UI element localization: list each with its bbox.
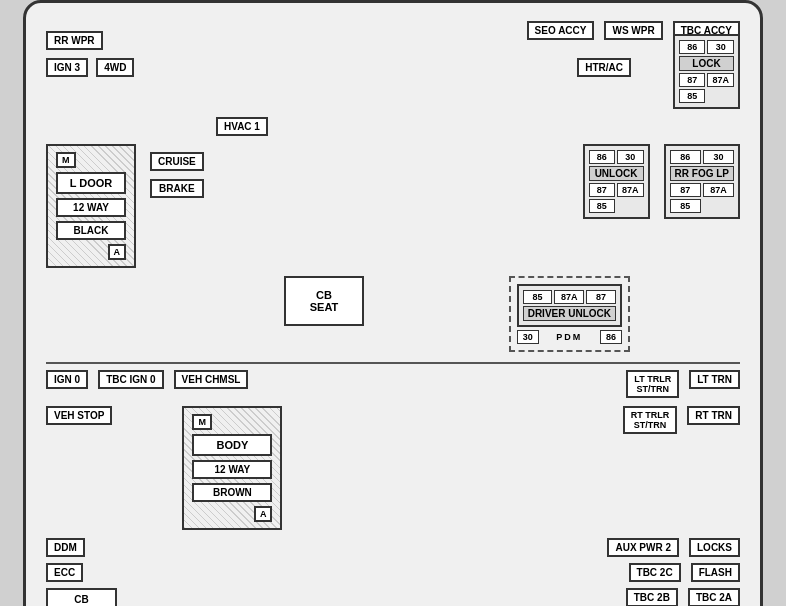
lt-trlr-label: LT TRLR ST/TRN <box>626 370 679 398</box>
rr-fog-relay-group: 86 30 RR FOG LP 87 87A 85 <box>664 144 740 219</box>
twelve-way-l: 12 WAY <box>56 198 126 217</box>
driver-unlock-relay: 85 87A 87 DRIVER UNLOCK <box>517 284 622 327</box>
lock-relay: 86 30 LOCK 87 87A 85 <box>673 34 740 109</box>
lock-87a: 87A <box>707 73 734 87</box>
driver-unlock-87a: 87A <box>554 290 584 304</box>
locks-label: LOCKS <box>689 538 740 557</box>
l-door-block: M L DOOR 12 WAY BLACK A <box>46 144 136 268</box>
a-r-label: A <box>254 506 273 522</box>
hvac1-label: HVAC 1 <box>216 117 268 136</box>
driver-unlock-label: DRIVER UNLOCK <box>523 306 616 321</box>
lock-label: LOCK <box>679 56 734 71</box>
unlock-87a: 87A <box>617 183 644 197</box>
unlock-30: 30 <box>617 150 644 164</box>
brown-label: BROWN <box>192 483 272 502</box>
a-l-label: A <box>108 244 127 260</box>
fuse-diagram: RR WPR SEO ACCY WS WPR TBC ACCY IGN 3 4W… <box>23 0 763 606</box>
lock-30: 30 <box>707 40 734 54</box>
unlock-label: UNLOCK <box>589 166 644 181</box>
seo-accy-label: SEO ACCY <box>527 21 595 40</box>
pdm-label: PDM <box>556 332 582 342</box>
tbc-2b-label: TBC 2B <box>626 588 678 606</box>
lock-86: 86 <box>679 40 706 54</box>
lt-trn-label: LT TRN <box>689 370 740 389</box>
m-ldoor: M <box>56 152 76 168</box>
veh-chmsl-label: VEH CHMSL <box>174 370 249 389</box>
veh-stop-label: VEH STOP <box>46 406 112 425</box>
lock-87: 87 <box>679 73 706 87</box>
driver-unlock-85: 85 <box>523 290 553 304</box>
cb-lt-doors-label: CB LT DOORS <box>46 588 117 606</box>
ws-wpr-label: WS WPR <box>604 21 662 40</box>
rr-fog-30: 30 <box>703 150 734 164</box>
htr-ac-label: HTR/AC <box>577 58 631 77</box>
rt-trlr-label: RT TRLR ST/TRN <box>623 406 678 434</box>
tbc-2a-label: TBC 2A <box>688 588 740 606</box>
brake-label: BRAKE <box>150 179 204 198</box>
unlock-86: 86 <box>589 150 616 164</box>
rr-fog-87a: 87A <box>703 183 734 197</box>
flash-label: FLASH <box>691 563 740 582</box>
four-wd-label: 4WD <box>96 58 134 77</box>
body-block: M BODY 12 WAY BROWN A <box>182 406 282 530</box>
cruise-label: CRUISE <box>150 152 204 171</box>
rr-fog-85: 85 <box>670 199 701 213</box>
l-door-label: L DOOR <box>56 172 126 194</box>
ign3-label: IGN 3 <box>46 58 88 77</box>
tbc-ign0-label: TBC IGN 0 <box>98 370 163 389</box>
driver-unlock-86: 86 <box>600 330 622 344</box>
rr-fog-87: 87 <box>670 183 701 197</box>
twelve-way-r: 12 WAY <box>192 460 272 479</box>
lock-85: 85 <box>679 89 706 103</box>
black-label: BLACK <box>56 221 126 240</box>
aux-pwr2-label: AUX PWR 2 <box>607 538 679 557</box>
m-body: M <box>192 414 212 430</box>
ecc-label: ECC <box>46 563 83 582</box>
driver-unlock-30: 30 <box>517 330 539 344</box>
rt-trn-label: RT TRN <box>687 406 740 425</box>
rr-wpr-label: RR WPR <box>46 31 103 50</box>
cb-seat-label: CB SEAT <box>284 276 364 326</box>
unlock-87: 87 <box>589 183 616 197</box>
unlock-85: 85 <box>589 199 616 213</box>
ddm-label: DDM <box>46 538 85 557</box>
rr-fog-label: RR FOG LP <box>670 166 734 181</box>
body-label: BODY <box>192 434 272 456</box>
tbc-2c-label: TBC 2C <box>629 563 681 582</box>
driver-unlock-87: 87 <box>586 290 616 304</box>
rr-fog-86: 86 <box>670 150 701 164</box>
unlock-relay-group: 86 30 UNLOCK 87 87A 85 <box>583 144 650 219</box>
ign0-label: IGN 0 <box>46 370 88 389</box>
